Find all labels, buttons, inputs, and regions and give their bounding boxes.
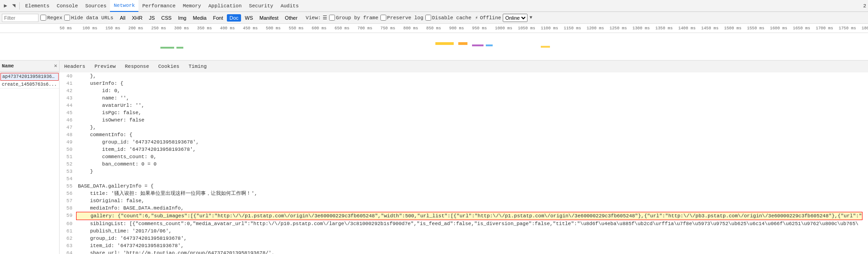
- tab-performance[interactable]: Performance: [138, 0, 179, 12]
- code-line: 40 },: [60, 72, 868, 80]
- tab-preview[interactable]: Preview: [90, 61, 120, 72]
- tab-response[interactable]: Response: [120, 61, 154, 72]
- disable-cache-checkbox[interactable]: [425, 15, 431, 21]
- main-area: 40 },41 userInfo: {42 id: 0,43 name: '',…: [60, 72, 868, 254]
- content-tabs: Headers Preview Response Cookies Timing: [60, 61, 868, 72]
- line-number: 41: [60, 80, 76, 87]
- line-number: 47: [60, 124, 76, 131]
- tab-timing[interactable]: Timing: [184, 61, 211, 72]
- line-number: 54: [60, 175, 76, 182]
- timeline-label: 1800 ms: [862, 26, 868, 31]
- filter-xhr[interactable]: XHR: [129, 14, 145, 22]
- timeline-label: 800 ms: [403, 26, 426, 31]
- code-line: 44 avatarUrl: '',: [60, 102, 868, 109]
- tab-headers[interactable]: Headers: [60, 61, 90, 72]
- device-icon[interactable]: ◥: [10, 2, 17, 10]
- timeline-label: 400 ms: [220, 26, 243, 31]
- regex-checkbox-label[interactable]: Regex: [40, 15, 62, 21]
- line-number: 58: [60, 204, 76, 212]
- code-line: 48 commentInfo: {: [60, 131, 868, 138]
- tab-cookies[interactable]: Cookies: [154, 61, 184, 72]
- code-line: 43 name: '',: [60, 94, 868, 102]
- code-line: 51 comments_count: 0,: [60, 153, 868, 160]
- code-line: 56 title: '骚入诶担: 如果单位里出现这样一位同事，让我如何工作啊！'…: [60, 190, 868, 197]
- disable-cache-label[interactable]: Disable cache: [425, 15, 472, 21]
- timeline-label: 1450 ms: [701, 26, 724, 31]
- line-content: ban_comment: 0 = 0: [76, 160, 157, 168]
- inspect-icon[interactable]: ▶: [2, 2, 9, 10]
- code-panel[interactable]: 40 },41 userInfo: {42 id: 0,43 name: '',…: [60, 72, 868, 254]
- line-content: title: '骚入诶担: 如果单位里出现这样一位同事，让我如何工作啊！',: [76, 190, 258, 197]
- timeline-label: 1700 ms: [816, 26, 839, 31]
- main-tabs: Elements Console Sources Network Perform…: [22, 0, 302, 11]
- line-content: item_id: '6473742013958193678',: [76, 242, 184, 249]
- line-number: 59: [60, 212, 76, 219]
- timeline-label: 1350 ms: [655, 26, 678, 31]
- graph-area: [60, 33, 868, 61]
- timeline-label: 550 ms: [289, 26, 312, 31]
- regex-checkbox[interactable]: [40, 15, 46, 21]
- filter-media[interactable]: Media: [190, 14, 209, 22]
- timeline-graph: [0, 33, 868, 61]
- line-number: 60: [60, 220, 76, 227]
- request-item-0[interactable]: ap4737420139581936...: [0, 73, 59, 81]
- line-content: isOriginal: false,: [76, 197, 144, 204]
- timeline-label: 100 ms: [82, 26, 105, 31]
- line-content: BASE_DATA.galleryInfo = {: [76, 182, 154, 190]
- offline-icon[interactable]: ⚡: [475, 15, 478, 21]
- hide-data-urls-checkbox[interactable]: [64, 15, 70, 21]
- tab-security[interactable]: Security: [245, 0, 277, 12]
- tab-elements[interactable]: Elements: [22, 0, 53, 12]
- code-line: 55BASE_DATA.galleryInfo = {: [60, 182, 868, 190]
- filter-font[interactable]: Font: [210, 14, 226, 22]
- code-line: 60 siblingList: [{"comments_count":0,"me…: [60, 220, 868, 227]
- timeline-label: 750 ms: [380, 26, 403, 31]
- timeline-label: 150 ms: [105, 26, 128, 31]
- timeline-label: 50 ms: [60, 26, 82, 31]
- filter-css[interactable]: CSS: [159, 14, 175, 22]
- code-line: 53 }: [60, 168, 868, 175]
- line-number: 48: [60, 131, 76, 138]
- line-number: 46: [60, 116, 76, 124]
- filter-img[interactable]: Img: [175, 14, 189, 22]
- tab-sources[interactable]: Sources: [82, 0, 110, 12]
- name-column-header: Name ✕: [0, 61, 60, 72]
- code-line: 54: [60, 175, 868, 182]
- filter-all[interactable]: All: [117, 14, 128, 22]
- online-select[interactable]: Online: [503, 14, 527, 22]
- filter-input[interactable]: [2, 14, 38, 22]
- hide-data-urls-label[interactable]: Hide data URLs: [64, 15, 113, 21]
- timeline-label: 1050 ms: [518, 26, 541, 31]
- tab-application[interactable]: Application: [205, 0, 246, 12]
- tab-audits[interactable]: Audits: [277, 0, 302, 12]
- group-by-frame-label[interactable]: Group by frame: [329, 15, 378, 21]
- tab-network[interactable]: Network: [110, 0, 138, 12]
- line-content: comments_count: 0,: [76, 153, 157, 160]
- view-icon[interactable]: ☰: [323, 15, 327, 21]
- svg-rect-4: [472, 44, 483, 46]
- group-by-frame-checkbox[interactable]: [329, 15, 335, 21]
- preserve-log-checkbox[interactable]: [380, 15, 386, 21]
- timeline-label: 1550 ms: [747, 26, 770, 31]
- timeline-label: 1100 ms: [541, 26, 564, 31]
- view-label: View:: [306, 15, 321, 21]
- line-number: 45: [60, 109, 76, 116]
- offline-label[interactable]: Offline: [480, 15, 501, 21]
- filter-ws[interactable]: WS: [242, 14, 256, 22]
- timeline-labels: 50 ms100 ms150 ms200 ms250 ms300 ms350 m…: [60, 26, 868, 31]
- timeline-label: 1150 ms: [564, 26, 587, 31]
- filter-type-buttons: All XHR JS CSS Img Media Font Doc WS Man…: [117, 14, 300, 22]
- code-line: 50 item_id: '6473742013958193678',: [60, 146, 868, 153]
- tab-console[interactable]: Console: [53, 0, 82, 12]
- filter-js[interactable]: JS: [146, 14, 158, 22]
- filter-other[interactable]: Other: [282, 14, 301, 22]
- filter-manifest[interactable]: Manifest: [257, 14, 281, 22]
- request-item-1[interactable]: create_14505763s6...: [0, 81, 59, 88]
- dropdown-arrow: ▼: [529, 15, 532, 20]
- preserve-log-label[interactable]: Preserve log: [380, 15, 423, 21]
- filter-doc[interactable]: Doc: [227, 14, 242, 22]
- tab-memory[interactable]: Memory: [179, 0, 205, 12]
- line-content: },: [76, 124, 96, 131]
- close-icon[interactable]: ✕: [54, 62, 57, 69]
- line-number: 50: [60, 146, 76, 153]
